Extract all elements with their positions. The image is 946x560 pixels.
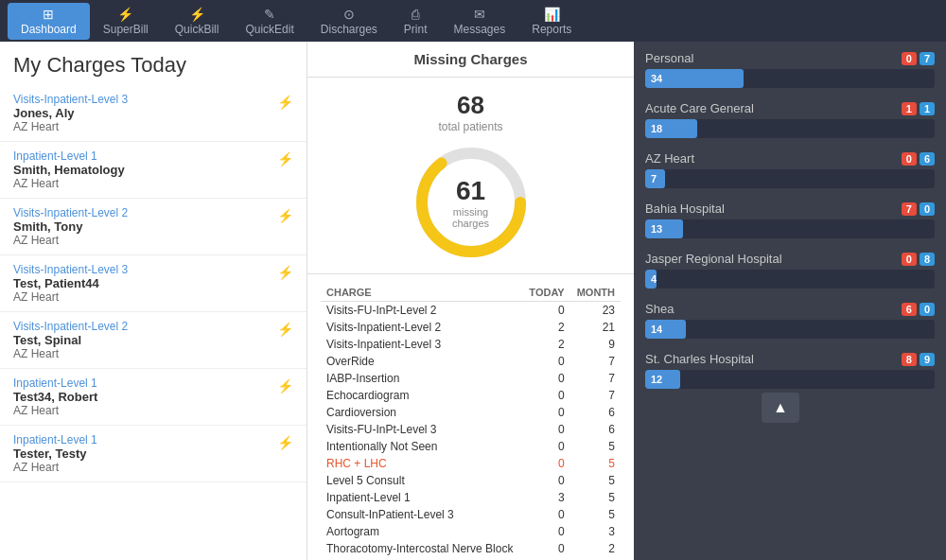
table-row[interactable]: Cardioversion 0 6 [321,404,621,421]
table-row[interactable]: Aortogram 0 3 [321,523,621,540]
month-cell: 21 [570,319,621,336]
facility-header: St. Charles Hospital 8 9 [645,352,935,366]
table-row[interactable]: Visits-FU-InPt-Level 2 0 23 [321,302,621,320]
nav-item-quickedit[interactable]: ✎ QuickEdit [232,3,307,40]
charge-name: Test, Patient44 [13,276,277,290]
missing-charges-title: Missing Charges [307,42,634,78]
charge-item[interactable]: Visits-Inpatient-Level 3 Test, Patient44… [0,255,307,312]
charge-name: Smith, Tony [13,219,277,234]
charge-name-cell: Consult-InPatient-Level 3 [321,506,522,523]
facility-bar-number: 14 [651,324,662,335]
badge-blue: 0 [920,303,935,316]
charge-name-cell: Visits-Inpatient-Level 2 [321,319,522,336]
charge-item-info: Visits-Inpatient-Level 3 Jones, Aly AZ H… [13,93,277,133]
table-row[interactable]: RHC + LHC 0 5 [321,455,621,472]
charge-item[interactable]: Inpatient-Level 1 Tester, Testy AZ Heart… [0,426,307,482]
charge-type: Visits-Inpatient-Level 2 [13,206,277,219]
facility-name: Acute Care General [645,101,754,115]
table-row[interactable]: Inpatient-Level 1 3 5 [321,489,621,506]
dashboard-icon: ⊞ [43,7,54,22]
facility-badges: 7 0 [902,202,935,216]
table-row[interactable]: Visits-FU-InPt-Level 3 0 6 [321,421,621,438]
facility-badges: 1 1 [902,102,935,115]
nav-label-superbill: SuperBill [103,23,149,36]
nav-item-dashboard[interactable]: ⊞ Dashboard [8,3,90,40]
facility-header: Jasper Regional Hospital 0 8 [645,252,935,266]
facility-badges: 6 0 [902,303,935,316]
today-cell: 0 [522,540,569,557]
nav-item-quickbill[interactable]: ⚡ QuickBill [162,3,233,40]
charge-item[interactable]: Visits-Inpatient-Level 2 Test, Spinal AZ… [0,312,307,369]
today-cell: 0 [522,387,569,404]
nav-item-reports[interactable]: 📊 Reports [518,3,585,40]
facility-bar-number: 34 [651,73,662,84]
facility-bar-bg: 4 [645,270,935,289]
charge-name-cell: IABP-Insertion [321,370,522,387]
facility-bar-bg: 14 [645,320,935,339]
facility-bar-number: 7 [651,173,657,184]
col-header-month: MONTH [570,284,621,302]
table-row[interactable]: Intentionally Not Seen 0 5 [321,438,621,455]
today-cell: 0 [522,523,569,540]
nav-item-discharges[interactable]: ⊙ Discharges [307,3,391,40]
facility-bar-fill: 14 [645,320,686,339]
charge-type: Visits-Inpatient-Level 2 [13,320,277,333]
facility-item[interactable]: Jasper Regional Hospital 0 8 4 [645,252,935,289]
charge-item[interactable]: Inpatient-Level 1 Test34, Robert AZ Hear… [0,369,307,426]
facility-item[interactable]: Acute Care General 1 1 18 [645,101,935,138]
table-row[interactable]: OverRide 0 7 [321,353,621,370]
facility-bar-fill: 7 [645,169,665,188]
charge-item-info: Visits-Inpatient-Level 3 Test, Patient44… [13,263,277,304]
facility-item[interactable]: Bahia Hospital 7 0 13 [645,201,935,238]
quickedit-icon: ✎ [264,7,275,22]
lightning-icon: ⚡ [277,320,293,337]
facility-header: AZ Heart 0 6 [645,151,935,166]
badge-blue: 9 [920,353,935,366]
facility-item[interactable]: Personal 0 7 34 [645,51,935,88]
middle-panel: Missing Charges 68 total patients 61 mis… [307,42,634,560]
facility-item[interactable]: Shea 6 0 14 [645,302,935,339]
facility-bar-number: 13 [651,223,662,235]
charges-table-section: CHARGE TODAY MONTH Visits-FU-InPt-Level … [307,274,634,560]
table-row[interactable]: Level 5 Consult 0 5 [321,472,621,489]
facility-name: Shea [645,302,674,316]
table-row[interactable]: Consult-InPatient-Level 3 0 5 [321,506,621,523]
charge-name: Test, Spinal [13,333,277,347]
charge-item[interactable]: Visits-Inpatient-Level 3 Jones, Aly AZ H… [0,85,307,142]
messages-icon: ✉ [474,7,485,22]
facility-bar-number: 12 [651,374,662,385]
facility-item[interactable]: AZ Heart 0 6 7 [645,151,935,188]
charge-name-cell: Thoracotomy-Intercostal Nerve Block [321,540,522,557]
quickbill-icon: ⚡ [189,7,205,22]
charge-type: Visits-Inpatient-Level 3 [13,263,277,276]
superbill-icon: ⚡ [117,7,133,22]
nav-item-print[interactable]: ⎙ Print [391,3,441,40]
table-row[interactable]: Thoracotomy-Intercostal Nerve Block 0 2 [321,540,621,557]
facility-item[interactable]: St. Charles Hospital 8 9 12 [645,352,935,389]
nav-item-messages[interactable]: ✉ Messages [441,3,519,40]
scroll-top-button[interactable]: ▲ [762,393,799,423]
facility-bar-bg: 34 [645,69,935,88]
charge-item-info: Visits-Inpatient-Level 2 Smith, Tony AZ … [13,206,277,247]
today-cell: 2 [522,336,569,353]
badge-red: 7 [902,202,917,216]
badge-blue: 1 [920,102,935,115]
donut-chart: 61 missing charges [410,141,533,264]
badge-red: 8 [902,353,917,366]
table-row[interactable]: Echocardiogram 0 7 [321,387,621,404]
nav-item-superbill[interactable]: ⚡ SuperBill [90,3,162,40]
donut-center: 61 missing charges [440,176,501,229]
charge-name-cell: Intentionally Not Seen [321,438,522,455]
table-row[interactable]: IABP-Insertion 0 7 [321,370,621,387]
charge-item[interactable]: Inpatient-Level 1 Smith, Hematology AZ H… [0,142,307,199]
charges-table: CHARGE TODAY MONTH Visits-FU-InPt-Level … [321,284,621,560]
month-cell: 6 [570,404,621,421]
month-cell: 23 [570,302,621,320]
nav-label-quickedit: QuickEdit [245,23,293,36]
table-row[interactable]: Visits-Inpatient-Level 2 2 21 [321,319,621,336]
total-patients-label: total patients [438,120,502,133]
page-title: My Charges Today [0,42,307,85]
charge-item[interactable]: Visits-Inpatient-Level 2 Smith, Tony AZ … [0,199,307,255]
table-row[interactable]: Visits-Inpatient-Level 3 2 9 [321,336,621,353]
facility-name: AZ Heart [645,151,694,166]
